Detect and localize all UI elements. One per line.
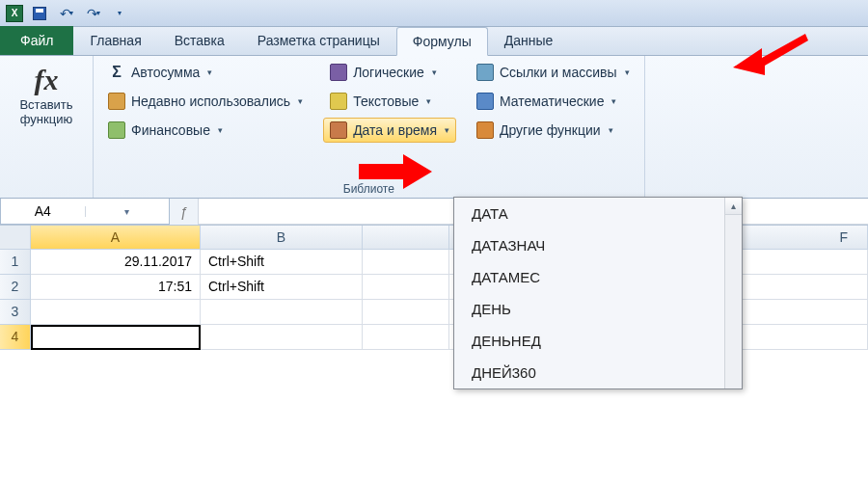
col-header-A[interactable]: A	[31, 226, 201, 250]
cell-A1[interactable]: 29.11.2017	[31, 250, 201, 275]
tab-data[interactable]: Данные	[488, 26, 570, 55]
dropdown-scrollbar[interactable]: ▴	[724, 198, 742, 388]
cell-A2[interactable]: 17:51	[31, 275, 201, 300]
cell-C4[interactable]	[363, 325, 449, 350]
cell-B4[interactable]	[201, 325, 363, 350]
dropdown-item[interactable]: ДАТАЗНАЧ	[454, 229, 742, 261]
row-header-2[interactable]: 2	[0, 275, 31, 300]
dropdown-item[interactable]: ДЕНЬ	[454, 293, 742, 325]
tab-page-layout[interactable]: Разметка страницы	[241, 26, 396, 55]
autosum-button[interactable]: ΣАвтосумма▾	[101, 60, 310, 85]
library-col-1: ΣАвтосумма▾ Недавно использовались▾ Фина…	[101, 60, 310, 196]
more-functions-button[interactable]: Другие функции▾	[470, 118, 637, 143]
text-button[interactable]: Текстовые▾	[323, 89, 456, 114]
lookup-icon	[476, 64, 494, 81]
more-icon	[476, 121, 494, 139]
cell-A4[interactable]	[31, 325, 201, 350]
col-header-B[interactable]: B	[201, 226, 363, 250]
fx-button[interactable]: ƒ	[170, 199, 199, 225]
qat-undo-button[interactable]: ↶▾	[56, 3, 77, 24]
row-header-4[interactable]: 4	[0, 325, 31, 350]
tab-file[interactable]: Файл	[0, 26, 73, 55]
tab-insert[interactable]: Вставка	[158, 26, 241, 55]
qat-save-button[interactable]	[29, 3, 50, 24]
cell-C1[interactable]	[363, 250, 449, 275]
svg-marker-0	[733, 34, 808, 75]
scroll-up-icon[interactable]: ▴	[725, 198, 742, 215]
text-icon	[330, 93, 347, 110]
cell-B1[interactable]: Ctrl+Shift	[201, 250, 363, 275]
math-button[interactable]: Математические▾	[470, 89, 637, 114]
financial-button[interactable]: Финансовые▾	[101, 118, 310, 143]
chevron-down-icon: ▾	[96, 9, 100, 17]
group-insert-function: fx Вставитьфункцию	[0, 56, 94, 198]
select-all-corner[interactable]	[0, 226, 31, 250]
cell-B3[interactable]	[201, 300, 363, 325]
svg-marker-1	[359, 154, 432, 189]
chevron-down-icon: ▾	[426, 96, 431, 106]
clock-icon	[330, 121, 347, 139]
date-time-dropdown: ДАТА ДАТАЗНАЧ ДАТАМЕС ДЕНЬ ДЕНЬНЕД ДНЕЙ3…	[453, 197, 743, 389]
lookup-button[interactable]: Ссылки и массивы▾	[470, 60, 637, 85]
math-icon	[476, 93, 494, 110]
dropdown-item[interactable]: ДАТА	[454, 198, 742, 229]
chevron-down-icon: ▾	[118, 9, 122, 17]
sigma-icon: Σ	[108, 64, 125, 81]
save-icon	[33, 7, 46, 20]
recently-used-button[interactable]: Недавно использовались▾	[101, 89, 310, 114]
chevron-down-icon: ▾	[445, 125, 449, 135]
insert-function-button[interactable]: fx Вставитьфункцию	[8, 60, 85, 131]
cell-C2[interactable]	[363, 275, 449, 300]
chevron-down-icon: ▾	[218, 125, 223, 135]
library-col-3: Ссылки и массивы▾ Математические▾ Другие…	[470, 60, 637, 196]
chevron-down-icon: ▾	[432, 67, 437, 77]
cell-A3[interactable]	[31, 300, 201, 325]
fx-icon: fx	[35, 64, 59, 96]
qat-customize-button[interactable]: ▾	[110, 3, 131, 24]
row-header-1[interactable]: 1	[0, 250, 31, 275]
row-header-3[interactable]: 3	[0, 300, 31, 325]
annotation-arrow	[357, 152, 434, 191]
tab-formulas[interactable]: Формулы	[396, 27, 488, 56]
chevron-down-icon[interactable]: ▾	[85, 206, 170, 217]
dropdown-item[interactable]: ДАТАМЕС	[454, 261, 742, 293]
dropdown-item[interactable]: ДЕНЬНЕД	[454, 325, 742, 357]
logical-icon	[330, 64, 347, 81]
name-box[interactable]: A4 ▾	[0, 199, 170, 225]
book-icon	[108, 93, 125, 110]
insert-function-label-1: Вставить	[19, 97, 72, 112]
col-header-blank[interactable]	[363, 226, 449, 250]
excel-app-icon: X	[6, 5, 23, 22]
cell-B2[interactable]: Ctrl+Shift	[201, 275, 363, 300]
financial-icon	[108, 121, 125, 139]
chevron-down-icon: ▾	[69, 9, 73, 17]
dropdown-item[interactable]: ДНЕЙ360	[454, 357, 742, 388]
ribbon: fx Вставитьфункцию ΣАвтосумма▾ Недавно и…	[0, 56, 868, 199]
tab-home[interactable]: Главная	[73, 26, 157, 55]
chevron-down-icon: ▾	[611, 96, 616, 106]
cell-C3[interactable]	[363, 300, 449, 325]
logical-button[interactable]: Логические▾	[323, 60, 456, 85]
chevron-down-icon: ▾	[609, 125, 613, 135]
chevron-down-icon: ▾	[298, 96, 303, 106]
chevron-down-icon: ▾	[207, 67, 212, 77]
chevron-down-icon: ▾	[625, 67, 630, 77]
qat-redo-button[interactable]: ↷▾	[83, 3, 104, 24]
name-box-value: A4	[1, 203, 85, 219]
annotation-arrow	[733, 29, 810, 77]
title-bar: X ↶▾ ↷▾ ▾	[0, 0, 868, 27]
date-time-button[interactable]: Дата и время▾	[323, 118, 456, 143]
insert-function-label-2: функцию	[20, 112, 72, 126]
